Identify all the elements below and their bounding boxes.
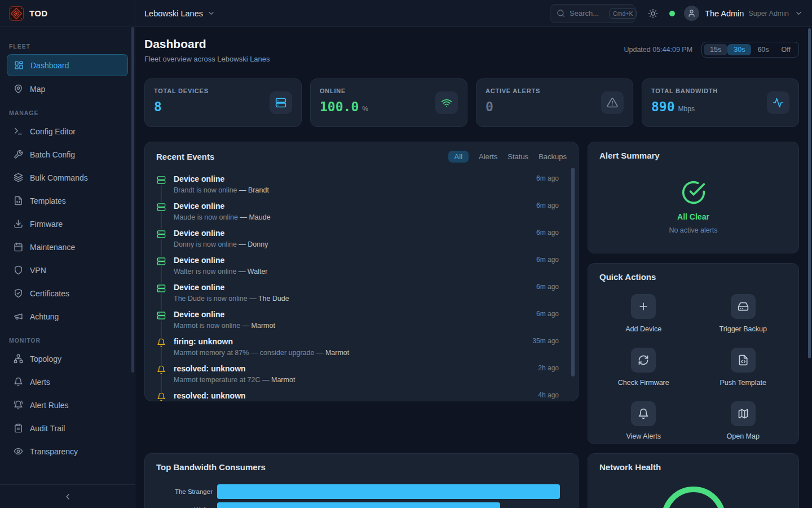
top-bandwidth-panel: Top Bandwidth Consumers The Stranger Wal… [144,453,579,508]
event-title: firing: unknown [174,337,349,347]
quick-action-label: Trigger Backup [720,325,767,333]
download-icon [14,219,23,229]
activity-icon [773,97,784,108]
network-icon [14,354,23,364]
sidebar-item-dashboard[interactable]: Dashboard [7,54,128,76]
stat-value: 0 [486,99,493,114]
refresh-option-15s[interactable]: 15s [704,44,727,55]
fleet-selector[interactable]: Lebowski Lanes [144,9,215,18]
sidebar-scrollbar[interactable] [131,27,134,373]
sun-icon [648,8,658,19]
tab-status[interactable]: Status [508,152,528,161]
event-filter-tabs: All Alerts Status Backups [448,151,567,163]
event-time: 6m ago [536,229,567,237]
fleet-selector-label: Lebowski Lanes [144,9,203,18]
sidebar-item-transparency[interactable]: Transparency [7,441,128,462]
window-scrollbar[interactable] [808,28,811,358]
calendar-icon [14,242,23,252]
refresh-option-30s[interactable]: 30s [727,44,751,55]
alert-detail-text: No active alerts [669,226,717,234]
event-title: resolved: unknown [174,391,246,401]
server-icon [157,311,166,320]
search-icon [557,9,565,17]
event-row: resolved: unknown 4h ago [156,387,567,401]
sidebar-item-config-editor[interactable]: Config Editor [7,121,128,142]
recent-events-panel: Recent Events All Alerts Status Backups [144,142,579,401]
event-title: Device online [174,202,271,211]
event-device: — Maude [240,213,270,221]
sidebar-item-vpn[interactable]: VPN [7,260,128,281]
quick-action-push-template[interactable]: Push Template [694,348,793,387]
quick-action-check-firmware[interactable]: Check Firmware [594,348,694,387]
sidebar-item-audit-trail[interactable]: Audit Trail [7,418,128,439]
quick-action-add-device[interactable]: Add Device [594,294,694,333]
sidebar-item-label: Bulk Commands [30,173,88,182]
quick-action-open-map[interactable]: Open Map [694,401,793,440]
search-input[interactable] [570,9,604,17]
event-detail: Brandt is now online [174,186,237,194]
tod-rug-logo-icon [9,6,24,21]
file-code-icon [14,196,23,205]
sidebar-item-alert-rules[interactable]: Alert Rules [7,395,128,415]
event-device: — Brandt [239,186,269,194]
sidebar-item-map[interactable]: Map [7,78,128,99]
alert-status-text: All Clear [677,212,709,221]
quick-action-trigger-backup[interactable]: Trigger Backup [694,294,793,333]
event-time: 6m ago [536,283,567,291]
sidebar-item-topology[interactable]: Topology [7,348,128,369]
section-label-fleet: FLEET [7,37,128,54]
connection-status-dot [669,11,675,16]
refresh-option-off[interactable]: Off [775,44,797,55]
file-code-icon [738,354,749,366]
event-row: resolved: unknown Marmot temperature at … [156,360,567,387]
event-detail: Maude is now online [174,213,238,221]
refresh-icon [638,354,649,366]
stat-label: TOTAL DEVICES [154,87,209,94]
theme-toggle-button[interactable] [648,8,658,19]
sidebar-item-templates[interactable]: Templates [7,190,128,211]
sidebar-item-alerts[interactable]: Alerts [7,371,128,392]
map-icon [738,408,749,419]
server-icon [157,284,166,293]
tab-alerts[interactable]: Alerts [479,152,497,161]
event-detail: Marmot is now online [174,322,240,330]
hard-drive-icon [738,301,749,312]
section-label-monitor: MONITOR [7,331,128,348]
shield-icon [14,265,23,275]
user-menu-button[interactable] [795,9,803,17]
check-circle-icon [681,180,706,205]
stat-value: 8 [154,99,162,114]
search-box[interactable]: Cmd+K [550,4,636,23]
sidebar-collapse-button[interactable] [0,484,135,508]
page-subtitle: Fleet overview across Lebowski Lanes [144,55,270,63]
stat-card-total-bandwidth: TOTAL BANDWIDTH 890 Mbps [642,78,799,127]
quick-action-view-alerts[interactable]: View Alerts [594,401,694,440]
event-device: — Marmot [262,376,295,384]
event-device: — Donny [239,240,268,248]
sidebar-item-firmware[interactable]: Firmware [7,213,128,234]
user-icon [687,9,696,17]
chevron-down-icon [795,9,803,17]
tab-backups[interactable]: Backups [539,152,567,161]
event-detail: Walter is now online [174,268,236,275]
avatar[interactable] [684,6,699,21]
sidebar-item-achtung[interactable]: Achtung [7,306,128,327]
event-time: 35m ago [532,337,567,345]
server-icon [275,97,286,108]
stat-label: ACTIVE ALERTS [486,87,540,94]
refresh-option-60s[interactable]: 60s [751,44,775,55]
sidebar-item-bulk-commands[interactable]: Bulk Commands [7,167,128,188]
events-scrollbar[interactable] [571,168,575,376]
bandwidth-row: Walter [145,501,567,508]
sidebar-item-certificates[interactable]: Certificates [7,283,128,304]
chevron-left-icon [63,492,72,501]
sidebar-item-maintenance[interactable]: Maintenance [7,237,128,257]
quick-action-label: Add Device [625,325,661,333]
tab-all[interactable]: All [448,151,469,163]
stat-label: ONLINE [320,87,368,94]
stat-label: TOTAL BANDWIDTH [651,87,718,94]
stat-value: 100.0 [320,99,359,114]
sidebar-item-batch-config[interactable]: Batch Config [7,144,128,165]
plus-icon [638,301,649,312]
search-shortcut-badge: Cmd+K [609,8,637,19]
